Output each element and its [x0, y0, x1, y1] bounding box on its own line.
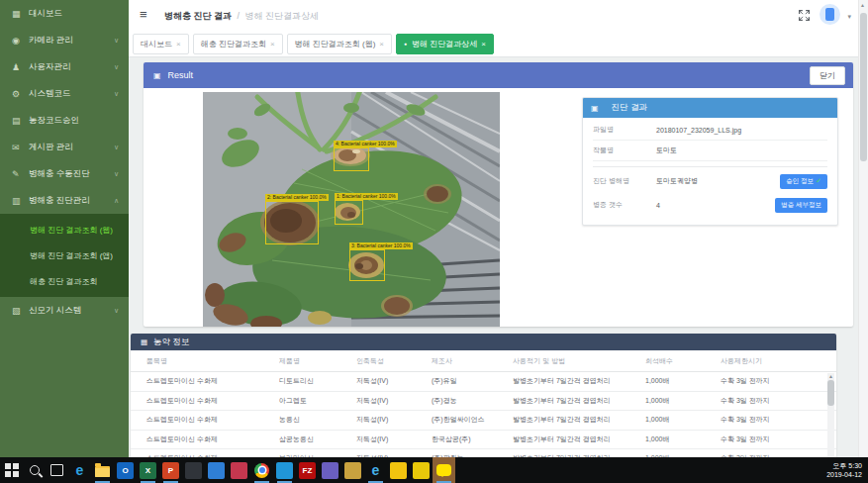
- table-cell: (주)유일: [432, 376, 513, 386]
- close-icon[interactable]: ×: [481, 40, 486, 48]
- honeyview-icon[interactable]: [273, 457, 296, 483]
- internet-explorer-icon[interactable]: e: [364, 457, 387, 483]
- keepass-icon[interactable]: [341, 457, 364, 483]
- page-scrollbar-thumb[interactable]: [860, 13, 867, 161]
- tab-dashboard[interactable]: 대시보드 ×: [133, 34, 189, 54]
- diagnosis-group: 진단 병해명 토마토궤양병 승인 정보 ✓ 병증 갯수 4 병증 세부정보: [593, 166, 827, 217]
- table-cell: 수확 3일 전까지: [721, 415, 836, 425]
- filezilla-icon[interactable]: FZ: [296, 457, 319, 483]
- media-player-icon[interactable]: [228, 457, 250, 483]
- photos-icon[interactable]: [205, 457, 228, 483]
- taskbar-clock[interactable]: 오후 5:30 2019-04-12: [826, 461, 868, 479]
- sidebar-item-camera-management[interactable]: ◉ 카메라 관리 ∨: [0, 27, 129, 53]
- sidebar-item-label: 사용자관리: [29, 61, 71, 73]
- tab-pest-results[interactable]: 해충 진단결과조회 ×: [193, 34, 283, 54]
- fullscreen-icon[interactable]: [798, 8, 811, 26]
- chevron-down-icon: ∨: [114, 90, 119, 98]
- sidebar-item-user-management[interactable]: ♟ 사용자관리 ∨: [0, 53, 129, 80]
- terminal-icon[interactable]: [182, 457, 205, 483]
- close-panel-button[interactable]: 닫기: [810, 66, 845, 85]
- file-explorer-icon[interactable]: [91, 457, 114, 483]
- scroll-up-icon[interactable]: ▲: [828, 373, 833, 379]
- sidebar-item-system-code[interactable]: ⚙ 시스템코드 ∨: [0, 80, 129, 107]
- table-cell: 1,000배: [645, 396, 721, 406]
- sidebar-item-board-management[interactable]: ✉ 게시판 관리 ∨: [0, 134, 129, 160]
- tab-label: 병해 진단결과상세: [412, 39, 477, 49]
- close-icon[interactable]: ×: [270, 40, 275, 48]
- pesticide-panel-header: ▦ 농약 정보: [131, 334, 836, 350]
- close-icon[interactable]: ×: [379, 40, 384, 48]
- menu-toggle-icon[interactable]: ≡: [140, 7, 147, 22]
- detection-label: 2: Bacterial canker 100.0%: [265, 194, 329, 201]
- caret-down-icon[interactable]: ▾: [847, 13, 851, 21]
- diagnosis-result-card: ▣ 진단 결과 파일명 20180107_232059_LLS.jpg 작물명 …: [582, 97, 838, 226]
- field-label: 파일명: [593, 125, 656, 135]
- sidebar-item-disease-results-web[interactable]: 병해 진단 결과조회 (웹): [0, 217, 129, 242]
- button-label: 승인 정보: [786, 177, 814, 186]
- sidebar-item-manual-diagnosis[interactable]: ✎ 병해충 수동진단 ∨: [0, 160, 129, 187]
- table-row[interactable]: 스트렙토마이신 수화제 농용신 저독성(IV) (주)한얼싸이언스 발병초기부터…: [131, 411, 836, 431]
- messenger-icon: [413, 462, 430, 479]
- messenger-icon[interactable]: [410, 457, 433, 483]
- users-icon: ♟: [12, 62, 29, 72]
- table-cell: 아그렙토: [279, 396, 356, 406]
- table-row[interactable]: 스트렙토마이신 수화제 아그렙토 저독성(IV) (주)경농 발병초기부터 7일…: [131, 392, 836, 412]
- chrome-icon[interactable]: [250, 457, 273, 483]
- table-cell: 삼공농용신: [279, 435, 356, 444]
- approval-info-button[interactable]: 승인 정보 ✓: [780, 174, 827, 189]
- sidebar-item-trap-system[interactable]: ▧ 신모기 시스템 ∨: [0, 297, 129, 324]
- close-icon[interactable]: ×: [176, 40, 181, 48]
- column-header: 인축독성: [356, 356, 432, 366]
- table-row[interactable]: 스트렙토마이신 수화제 삼공농용신 저독성(IV) 한국삼공(주) 발병초기부터…: [131, 431, 836, 450]
- search-button[interactable]: [23, 457, 46, 483]
- task-view-button[interactable]: [46, 457, 68, 483]
- sidebar-item-pest-results[interactable]: 해충 진단 결과조회: [0, 268, 129, 294]
- column-header: 사용제한시기: [721, 356, 836, 366]
- outlook-icon[interactable]: O: [114, 457, 137, 483]
- user-avatar[interactable]: [820, 4, 840, 25]
- panel-icon: ▦: [141, 338, 147, 346]
- diagnosis-row-symptom-count: 병증 갯수 4 병증 세부정보: [593, 193, 827, 217]
- sidebar-item-farm-code-approval[interactable]: ▤ 농장코드승인: [0, 107, 129, 134]
- excel-icon[interactable]: X: [137, 457, 159, 483]
- table-cell: 스트렙토마이신 수화제: [131, 396, 279, 406]
- pesticide-table: 품목명 제품명 인축독성 제조사 사용적기 및 방법 희석배수 사용제한시기 스…: [131, 350, 836, 469]
- panel-title: Result: [168, 70, 194, 80]
- powerpoint-icon: P: [162, 462, 179, 479]
- symptom-detail-button[interactable]: 병증 세부정보: [775, 198, 827, 213]
- table-cell: 1,000배: [645, 435, 721, 444]
- table-scrollbar-thumb[interactable]: [827, 380, 834, 406]
- breadcrumb-secondary: 병해 진단결과상세: [245, 11, 320, 21]
- diagnosis-row-filename: 파일명 20180107_232059_LLS.jpg: [593, 120, 827, 141]
- notepad-icon[interactable]: [387, 457, 410, 483]
- sidebar: ▦ 대시보드 ◉ 카메라 관리 ∨ ♟ 사용자관리 ∨ ⚙ 시스템코드 ∨ ▤ …: [0, 0, 129, 457]
- tab-disease-results-web[interactable]: 병해 진단결과조회 (웹) ×: [287, 34, 392, 54]
- sidebar-submenu: 병해 진단 결과조회 (웹) 병해 진단 결과조회 (앱) 해충 진단 결과조회: [0, 214, 129, 297]
- powerpoint-icon[interactable]: P: [159, 457, 182, 483]
- start-button[interactable]: [0, 457, 23, 483]
- table-row[interactable]: 스트렙토마이신 수화제 디토트리신 저독성(IV) (주)유일 발병초기부터 7…: [131, 372, 836, 392]
- field-label: 병증 갯수: [593, 200, 656, 210]
- kakaotalk-icon[interactable]: [433, 457, 455, 483]
- table-cell: 스트렙토마이신 수화제: [131, 435, 279, 444]
- start-button: [5, 463, 11, 469]
- sidebar-item-diagnosis-management[interactable]: ▥ 병해충 진단관리 ∧: [0, 187, 129, 214]
- column-header: 품목명: [131, 356, 279, 366]
- panel-title: 농약 정보: [153, 337, 189, 348]
- scroll-up-icon[interactable]: ▲: [860, 2, 865, 8]
- sidebar-item-dashboard[interactable]: ▦ 대시보드: [0, 0, 129, 27]
- table-header-row: 품목명 제품명 인축독성 제조사 사용적기 및 방법 희석배수 사용제한시기: [131, 350, 836, 372]
- tab-disease-result-detail[interactable]: ● 병해 진단결과상세 ×: [396, 34, 494, 54]
- search-button: [30, 465, 40, 475]
- page-scrollbar[interactable]: ▲: [858, 0, 868, 457]
- sidebar-subitem-label: 병해 진단 결과조회 (앱): [30, 250, 113, 261]
- filezilla-icon: FZ: [299, 462, 316, 479]
- sidebar-item-disease-results-app[interactable]: 병해 진단 결과조회 (앱): [0, 242, 129, 268]
- diagnosis-card-body: 파일명 20180107_232059_LLS.jpg 작물명 토마토 진단 병…: [583, 118, 837, 225]
- remote-desktop-icon[interactable]: [319, 457, 341, 483]
- table-scrollbar[interactable]: ▲: [827, 373, 834, 457]
- edge-icon[interactable]: e: [68, 457, 91, 483]
- screen: ▦ 대시보드 ◉ 카메라 관리 ∨ ♟ 사용자관리 ∨ ⚙ 시스템코드 ∨ ▤ …: [0, 0, 868, 483]
- active-dot-icon: ●: [404, 41, 407, 47]
- clock-date: 2019-04-12: [826, 470, 862, 479]
